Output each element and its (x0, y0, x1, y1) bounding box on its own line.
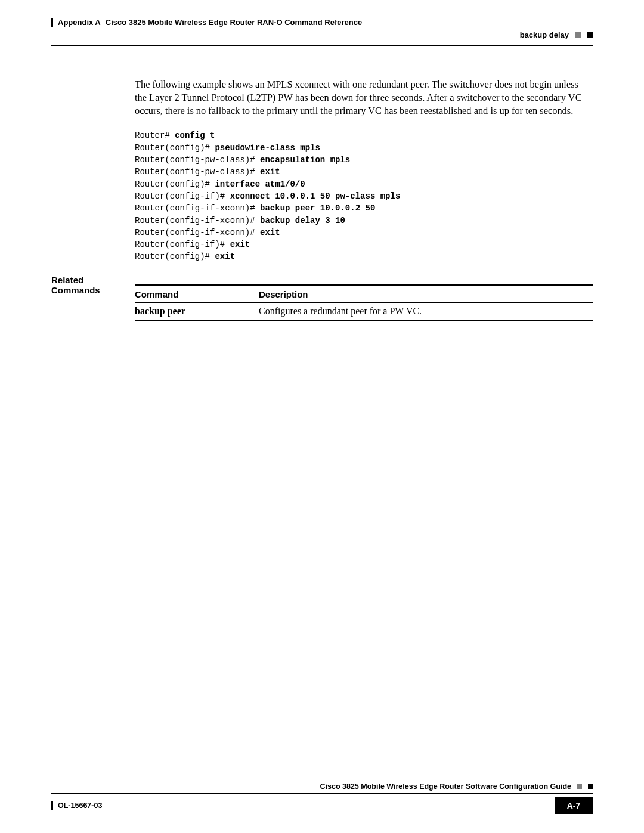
square-marker-icon (587, 32, 593, 38)
command-name: backup peer (135, 306, 185, 316)
section-name: backup delay (520, 30, 569, 39)
footer-top-row: Cisco 3825 Mobile Wireless Edge Router S… (51, 782, 593, 794)
square-marker-icon (577, 784, 582, 789)
header-top-row: Appendix A Cisco 3825 Mobile Wireless Ed… (51, 18, 593, 27)
page-number-badge: A-7 (555, 797, 593, 814)
related-commands-table: Command Description backup peerConfigure… (135, 284, 593, 321)
footer-guide-title: Cisco 3825 Mobile Wireless Edge Router S… (320, 782, 572, 791)
square-marker-icon (588, 784, 593, 789)
footer-left: OL-15667-03 (51, 797, 102, 814)
appendix-label: Appendix A (58, 18, 101, 27)
footer-bottom-row: OL-15667-03 A-7 (51, 794, 593, 814)
command-description: Configures a redundant peer for a PW VC. (259, 302, 593, 320)
footer-bar-icon (51, 801, 53, 810)
header-bar-icon (51, 18, 53, 27)
table-row: backup peerConfigures a redundant peer f… (135, 302, 593, 320)
page: Appendix A Cisco 3825 Mobile Wireless Ed… (0, 0, 644, 833)
header-rule (51, 45, 593, 46)
intro-paragraph: The following example shows an MPLS xcon… (135, 78, 593, 117)
appendix-title: Cisco 3825 Mobile Wireless Edge Router R… (106, 18, 362, 27)
side-gutter: Related Commands (51, 78, 135, 321)
related-commands-label: Related Commands (51, 275, 100, 295)
header-right-row: backup delay (51, 30, 593, 39)
doc-number: OL-15667-03 (58, 801, 102, 810)
body: Related Commands The following example s… (51, 46, 593, 321)
square-marker-icon (575, 32, 581, 38)
th-command: Command (135, 285, 259, 303)
page-footer: Cisco 3825 Mobile Wireless Edge Router S… (51, 782, 593, 814)
table-header-row: Command Description (135, 285, 593, 303)
th-description: Description (259, 285, 593, 303)
code-block: Router# config tRouter(config)# pseudowi… (135, 129, 593, 262)
page-header: Appendix A Cisco 3825 Mobile Wireless Ed… (51, 18, 593, 46)
main-content: The following example shows an MPLS xcon… (135, 78, 593, 321)
